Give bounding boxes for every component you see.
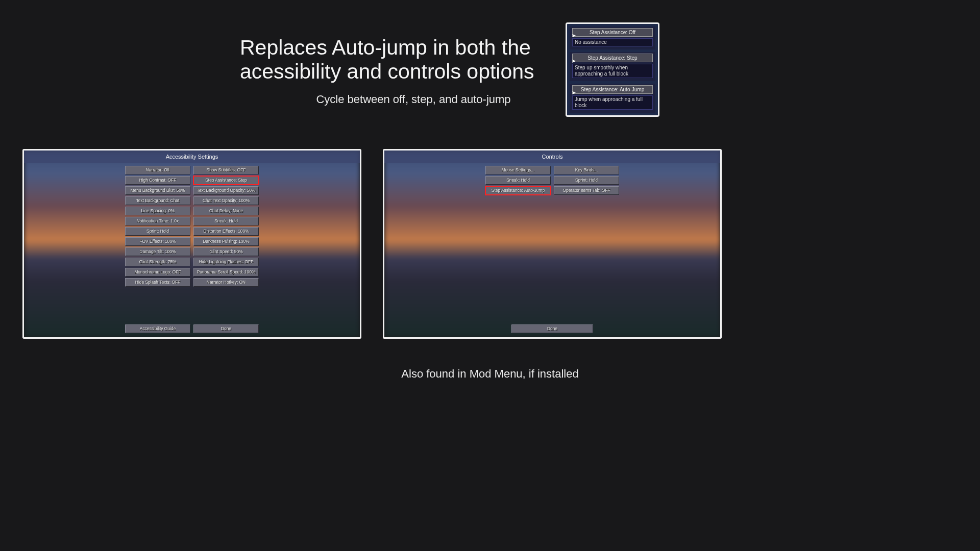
option-button[interactable]: Distortion Effects: 100% (193, 227, 259, 236)
tooltip-item: ➤ Step Assistance: Auto-Jump Jump when a… (570, 84, 655, 113)
option-button[interactable]: Glint Speed: 50% (193, 247, 259, 256)
option-button[interactable]: Panorama Scroll Speed: 100% (193, 268, 259, 277)
option-button[interactable]: Glint Strength: 75% (125, 258, 190, 266)
option-button[interactable]: Narrator Hotkey: ON (193, 278, 259, 287)
option-button[interactable]: Monochrome Logo: OFF (125, 268, 190, 277)
option-button[interactable]: Damage Tilt: 100% (125, 247, 190, 256)
tooltip-description: Jump when approaching a full block (572, 95, 653, 110)
option-button[interactable]: Chat Text Opacity: 100% (193, 196, 259, 205)
option-button[interactable]: Hide Lightning Flashes: OFF (193, 258, 259, 266)
cursor-icon: ➤ (572, 58, 576, 64)
window-title: Controls (384, 151, 720, 163)
page-subheading: Cycle between off, step, and auto-jump (240, 93, 587, 106)
option-button[interactable]: Operator Items Tab: OFF (554, 186, 619, 195)
option-button[interactable]: Show Subtitles: OFF (193, 166, 259, 174)
tooltip-btn-label: Step Assistance: Off (590, 30, 635, 35)
accessibility-settings-screenshot: Accessibility Settings Narrator: OffHigh… (22, 149, 361, 339)
option-button[interactable]: Chat Delay: None (193, 207, 259, 215)
tooltip-item: ➤ Step Assistance: Step Step up smoothly… (570, 52, 655, 81)
option-button[interactable]: Step Assistance: Auto-Jump (485, 186, 551, 195)
option-button[interactable]: Text Background Opacity: 50% (193, 186, 259, 195)
done-button[interactable]: Done (193, 324, 259, 333)
option-button[interactable]: Mouse Settings... (485, 166, 551, 174)
option-button[interactable]: Sprint: Hold (554, 176, 619, 185)
cursor-icon: ➤ (572, 33, 576, 38)
option-button[interactable]: Darkness Pulsing: 100% (193, 237, 259, 246)
page-heading: Replaces Auto-jump in both the acessibil… (240, 36, 587, 84)
option-button[interactable]: Hide Splash Texts: OFF (125, 278, 190, 287)
step-assistance-button[interactable]: ➤ Step Assistance: Off (572, 28, 653, 37)
done-button[interactable]: Done (511, 324, 593, 333)
step-assistance-button[interactable]: ➤ Step Assistance: Auto-Jump (572, 85, 653, 94)
cursor-icon: ➤ (572, 90, 576, 95)
footnote: Also found in Mod Menu, if installed (0, 367, 980, 381)
tooltip-description: No assistance (572, 38, 653, 46)
option-button[interactable]: Narrator: Off (125, 166, 190, 174)
tooltip-item: ➤ Step Assistance: Off No assistance (570, 27, 655, 49)
option-button[interactable]: Notification Time: 1.0x (125, 217, 190, 226)
tooltip-examples-panel: ➤ Step Assistance: Off No assistance ➤ S… (566, 22, 659, 117)
accessibility-guide-button[interactable]: Accessibility Guide (125, 324, 190, 333)
option-button[interactable]: Line Spacing: 0% (125, 207, 190, 215)
option-button[interactable]: Text Background: Chat (125, 196, 190, 205)
tooltip-btn-label: Step Assistance: Step (587, 55, 637, 61)
option-button[interactable]: FOV Effects: 100% (125, 237, 190, 246)
step-assistance-button[interactable]: ➤ Step Assistance: Step (572, 54, 653, 62)
option-button[interactable]: Sneak: Hold (193, 217, 259, 226)
option-button[interactable]: High Contrast: OFF (125, 176, 190, 185)
option-button[interactable]: Menu Background Blur: 50% (125, 186, 190, 195)
tooltip-btn-label: Step Assistance: Auto-Jump (581, 87, 645, 92)
option-button[interactable]: Sprint: Hold (125, 227, 190, 236)
option-button[interactable]: Step Assistance: Step (193, 176, 259, 185)
controls-screenshot: Controls Mouse Settings...Sneak: HoldSte… (383, 149, 722, 339)
tooltip-description: Step up smoothly when approaching a full… (572, 64, 653, 78)
option-button[interactable]: Sneak: Hold (485, 176, 551, 185)
option-button[interactable]: Key Binds... (554, 166, 619, 174)
window-title: Accessibility Settings (24, 151, 360, 163)
